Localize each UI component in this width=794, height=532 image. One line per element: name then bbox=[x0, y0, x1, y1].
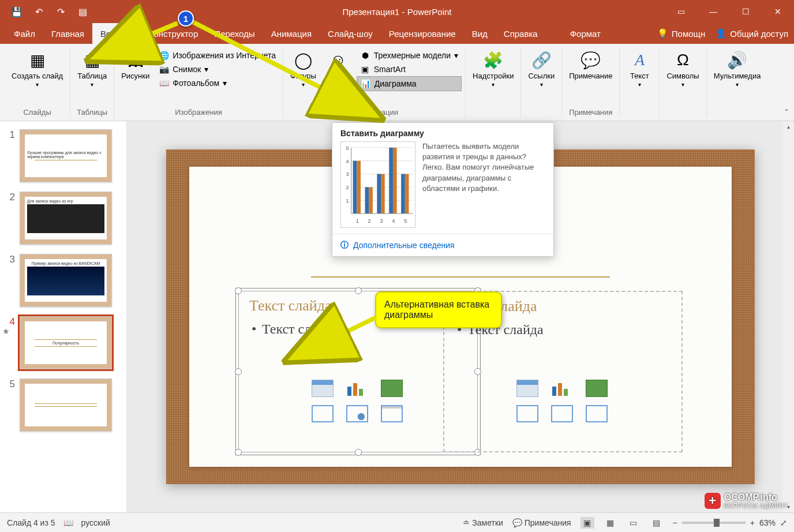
slideshow-view-icon[interactable]: ▤ bbox=[650, 517, 664, 529]
zoom-out-icon[interactable]: − bbox=[673, 518, 677, 527]
new-slide-icon: ▦ bbox=[27, 50, 48, 70]
slide-thumbnails[interactable]: 1 Лучшие программы для записи видео с эк… bbox=[0, 121, 127, 512]
tab-design[interactable]: Конструктор bbox=[141, 23, 207, 44]
screenshot-button[interactable]: 📷Снимок ▾ bbox=[155, 62, 279, 76]
insert-chart-icon[interactable] bbox=[551, 380, 573, 397]
group-text: AТекст▾ bbox=[620, 46, 660, 118]
addins-button[interactable]: 🧩Надстройки▾ bbox=[469, 48, 517, 89]
vertical-scrollbar[interactable]: ▴▾ bbox=[782, 121, 794, 512]
table-button[interactable]: ▦ Таблица▾ bbox=[74, 48, 110, 89]
tooltip-more-link[interactable]: ⓘДополнительные сведения bbox=[340, 240, 545, 250]
cube-icon: ⬢ bbox=[360, 50, 370, 61]
thumbnail-2[interactable]: 2 Для записи видео из игр bbox=[0, 189, 126, 252]
group-links: 🔗Ссылки▾ bbox=[521, 46, 562, 118]
sorter-view-icon[interactable]: ▦ bbox=[604, 517, 617, 529]
placeholder-icons bbox=[312, 380, 405, 422]
photo-album-button[interactable]: 📖Фотоальбом ▾ bbox=[155, 76, 279, 90]
svg-text:3: 3 bbox=[346, 171, 349, 177]
insert-video-icon[interactable] bbox=[381, 405, 403, 422]
group-symbols: ΩСимволы▾ bbox=[660, 46, 706, 118]
undo-icon[interactable]: ↶ bbox=[33, 6, 44, 17]
maximize-icon[interactable]: ☐ bbox=[729, 0, 762, 23]
tab-home[interactable]: Главная bbox=[43, 23, 92, 44]
thumbnail-1[interactable]: 1 Лучшие программы для записи видео с эк… bbox=[0, 127, 126, 189]
comment-button[interactable]: 💬Примечание bbox=[565, 48, 616, 81]
svg-rect-25 bbox=[389, 148, 393, 213]
shapes-button[interactable]: ◯ Фигуры▾ bbox=[287, 48, 320, 89]
reading-view-icon[interactable]: ▭ bbox=[627, 517, 641, 529]
media-button[interactable]: 🔊Мультимедиа▾ bbox=[710, 48, 765, 89]
tab-transitions[interactable]: Переходы bbox=[206, 23, 263, 44]
tell-me[interactable]: 💡 Помощн bbox=[657, 28, 705, 39]
symbols-button[interactable]: ΩСимволы▾ bbox=[663, 48, 702, 89]
spellcheck-icon[interactable]: 📖 bbox=[63, 518, 73, 527]
tab-review[interactable]: Рецензирование bbox=[381, 23, 464, 44]
chart-button[interactable]: 📊Диаграмма bbox=[357, 76, 462, 91]
normal-view-icon[interactable]: ▣ bbox=[580, 517, 594, 529]
slide-counter[interactable]: Слайд 4 из 5 bbox=[7, 518, 55, 527]
svg-text:4: 4 bbox=[392, 218, 395, 224]
smartart-icon: ▣ bbox=[360, 64, 370, 74]
screenshot-icon: 📷 bbox=[159, 64, 169, 74]
thumbnail-4[interactable]: 4 Популярность bbox=[0, 314, 126, 376]
links-button[interactable]: 🔗Ссылки▾ bbox=[525, 48, 558, 89]
zoom-slider[interactable] bbox=[682, 522, 746, 524]
ribbon-tabs: Файл Главная Вставка Конструктор Переход… bbox=[0, 23, 794, 44]
insert-video-icon[interactable] bbox=[586, 405, 608, 422]
window-title: Презентация1 - PowerPoint bbox=[343, 7, 452, 17]
insert-online-picture-icon[interactable] bbox=[346, 405, 368, 422]
svg-text:5: 5 bbox=[346, 145, 349, 151]
tab-help[interactable]: Справка bbox=[496, 23, 546, 44]
svg-text:4: 4 bbox=[346, 158, 349, 164]
fit-window-icon[interactable]: ⤢ bbox=[780, 518, 787, 527]
insert-table-icon[interactable] bbox=[312, 380, 334, 397]
insert-picture-icon[interactable] bbox=[516, 405, 538, 422]
insert-table-icon[interactable] bbox=[516, 380, 538, 397]
smartart-button[interactable]: ▣SmartArt bbox=[357, 62, 462, 76]
text-button[interactable]: AТекст▾ bbox=[623, 48, 656, 89]
thumbnail-5[interactable]: 5 bbox=[0, 376, 126, 439]
3d-models-button[interactable]: ⬢Трехмерные модели ▾ bbox=[357, 48, 462, 62]
collapse-ribbon-icon[interactable]: ⌃ bbox=[781, 106, 792, 118]
minimize-icon[interactable]: — bbox=[697, 0, 729, 23]
comments-button[interactable]: 💬 Примечания bbox=[512, 518, 571, 527]
svg-rect-4 bbox=[558, 383, 562, 396]
share-button[interactable]: 👤 Общий доступ bbox=[716, 28, 788, 39]
tab-slideshow[interactable]: Слайд-шоу bbox=[320, 23, 381, 44]
save-icon[interactable]: 💾 bbox=[12, 6, 22, 17]
tooltip-title: Вставить диаграмму bbox=[332, 123, 553, 141]
icons-icon: ☺ bbox=[328, 50, 349, 70]
insert-picture-icon[interactable] bbox=[312, 405, 334, 422]
language-status[interactable]: русский bbox=[81, 518, 110, 527]
quick-access-toolbar: 💾 ↶ ↷ ▤ bbox=[0, 6, 99, 17]
zoom-control[interactable]: − + 63% ⤢ bbox=[673, 518, 787, 527]
zoom-value[interactable]: 63% bbox=[759, 518, 776, 527]
new-slide-button[interactable]: ▦ Создать слайд▾ bbox=[8, 48, 66, 89]
insert-chart-icon[interactable] bbox=[346, 380, 368, 397]
close-icon[interactable]: ✕ bbox=[762, 0, 794, 23]
redo-icon[interactable]: ↷ bbox=[55, 6, 66, 17]
insert-smartart-icon[interactable] bbox=[381, 380, 403, 397]
notes-button[interactable]: ≐ Заметки bbox=[463, 518, 503, 527]
tab-insert[interactable]: Вставка bbox=[92, 23, 141, 44]
tab-format[interactable]: Формат bbox=[562, 23, 609, 44]
slideshow-start-icon[interactable]: ▤ bbox=[77, 6, 88, 17]
ribbon-options-icon[interactable]: ▭ bbox=[665, 0, 697, 23]
tab-animations[interactable]: Анимация bbox=[263, 23, 320, 44]
group-media: 🔊Мультимедиа▾ bbox=[707, 46, 768, 118]
insert-online-picture-icon[interactable] bbox=[551, 405, 573, 422]
svg-rect-29 bbox=[405, 174, 409, 214]
svg-rect-22 bbox=[377, 174, 381, 214]
icons-button[interactable]: ☺ Значки bbox=[322, 48, 354, 81]
zoom-in-icon[interactable]: + bbox=[750, 518, 755, 527]
tab-view[interactable]: Вид bbox=[464, 23, 496, 44]
insert-smartart-icon[interactable] bbox=[586, 380, 608, 397]
online-pictures-icon: 🌐 bbox=[159, 50, 169, 61]
tooltip-description: Пытаетесь выявить модели развития и трен… bbox=[422, 141, 545, 228]
tab-file[interactable]: Файл bbox=[6, 23, 43, 44]
thumbnail-3[interactable]: 3 Пример записи видео из BANDICAM bbox=[0, 252, 126, 314]
omega-icon: Ω bbox=[673, 50, 694, 70]
chart-tooltip: Вставить диаграмму 1234512345 Пытаетесь … bbox=[332, 122, 554, 257]
pictures-button[interactable]: 🖼 Рисунки bbox=[118, 48, 153, 81]
online-pictures-button[interactable]: 🌐Изображения из Интернета bbox=[155, 48, 279, 62]
